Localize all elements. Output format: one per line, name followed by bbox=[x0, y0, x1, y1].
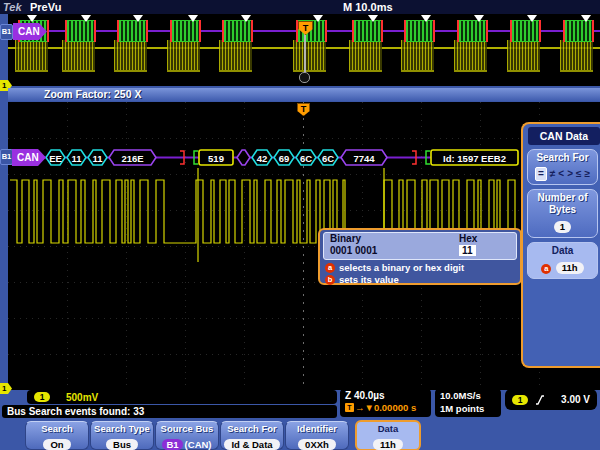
menu-value: 11h bbox=[373, 439, 403, 450]
can-frame-packet bbox=[563, 20, 594, 42]
operator-less-or-equal[interactable]: ≤ bbox=[576, 168, 582, 180]
bytes-label-line1: Number of bbox=[528, 192, 597, 204]
hint-b-text: sets its value bbox=[339, 274, 399, 285]
can-frame-packet bbox=[404, 20, 435, 42]
bus-tab-overview: B1 bbox=[0, 24, 13, 40]
timebase-readout: M 10.0ms bbox=[343, 1, 393, 13]
search-event-marker-icon bbox=[81, 15, 91, 22]
analog-burst bbox=[293, 40, 326, 72]
operator-not-equal[interactable]: ≠ bbox=[550, 168, 556, 180]
analog-burst bbox=[62, 40, 95, 72]
analog-burst bbox=[114, 40, 147, 72]
menu-button-source-bus[interactable]: Source Bus B1(CAN) bbox=[155, 421, 219, 450]
menu-label: Search bbox=[26, 423, 88, 434]
can-frame-packet bbox=[170, 20, 201, 42]
search-event-marker-icon bbox=[133, 15, 143, 22]
zoom-timebase-readout: Z 40.0µs T →▼0.00000 s bbox=[340, 389, 431, 417]
decode-field-text: 216E bbox=[121, 153, 143, 164]
decode-field-text: 519 bbox=[208, 153, 224, 164]
hex-header: Hex bbox=[459, 233, 477, 244]
menu-value: On bbox=[43, 439, 70, 450]
operator-equals[interactable]: = bbox=[535, 167, 547, 181]
side-menu-title: CAN Data bbox=[528, 127, 600, 145]
menu-value: Id & Data bbox=[224, 439, 279, 450]
menu-value: 0XXh bbox=[298, 439, 336, 450]
decode-field-text: 11 bbox=[92, 153, 103, 164]
search-event-marker-icon bbox=[368, 15, 378, 22]
bytes-label-line2: Bytes bbox=[528, 204, 597, 216]
data-label: Data bbox=[528, 245, 597, 257]
decode-field-text: Id: 1597 EEB2 bbox=[443, 153, 506, 164]
channel1-badge: 1 bbox=[34, 392, 50, 402]
analog-burst bbox=[560, 40, 593, 72]
bus-tab-main: B1 bbox=[0, 149, 13, 165]
oscilloscope-screen: Tek PreVu M 10.0ms T B1 CAN 1 Zoom Facto… bbox=[0, 0, 600, 450]
search-for-button[interactable]: Search For =≠<>≤≥ bbox=[527, 149, 598, 185]
search-event-marker-icon bbox=[241, 15, 251, 22]
analog-burst bbox=[401, 40, 434, 72]
trigger-readout: 1 3.00 V bbox=[505, 389, 597, 410]
decode-field-box bbox=[237, 150, 250, 165]
zoom-position-handle[interactable] bbox=[299, 72, 310, 83]
decode-field-text: 42 bbox=[257, 153, 268, 164]
knob-a-icon: a bbox=[541, 264, 551, 274]
search-event-marker-icon bbox=[474, 15, 484, 22]
menu-button-search-for[interactable]: Search For Id & Data bbox=[220, 421, 284, 450]
zoom-scale-text: Z 40.0µs bbox=[345, 390, 431, 402]
bus-search-events-readout: Bus Search events found: 33 bbox=[2, 405, 337, 418]
trigger-t-icon: T bbox=[345, 403, 354, 412]
can-frame-packet bbox=[65, 20, 96, 42]
analog-burst bbox=[15, 40, 48, 72]
menu-label: Identifier bbox=[286, 423, 348, 434]
bytes-value: 1 bbox=[554, 221, 571, 233]
menu-value: Bus bbox=[106, 439, 138, 450]
hint-row-a: a selects a binary or hex digit bbox=[325, 262, 520, 273]
can-frame-packet bbox=[352, 20, 383, 42]
data-value-button[interactable]: Data a 11h bbox=[527, 242, 598, 279]
hint-row-b: b sets its value bbox=[325, 274, 520, 285]
hex-value[interactable]: 11 bbox=[459, 245, 476, 256]
analog-burst bbox=[219, 40, 252, 72]
analog-burst bbox=[349, 40, 382, 72]
analog-burst bbox=[167, 40, 200, 72]
trigger-delay-text: →▼0.00000 s bbox=[355, 402, 416, 413]
operator-row: =≠<>≤≥ bbox=[528, 167, 597, 181]
knob-a-icon: a bbox=[325, 263, 335, 273]
decode-field-text: 6C bbox=[300, 153, 312, 164]
menu-button-search[interactable]: Search On bbox=[25, 421, 89, 450]
menu-button-search-type[interactable]: Search Type Bus bbox=[90, 421, 154, 450]
side-menu-panel: CAN Data Search For =≠<>≤≥ Number of Byt… bbox=[521, 122, 600, 368]
decode-field-text: 11 bbox=[71, 153, 82, 164]
search-event-marker-icon bbox=[421, 15, 431, 22]
zoom-factor-bar: Zoom Factor: 250 X bbox=[8, 88, 600, 101]
waveform-overview: T bbox=[8, 14, 600, 86]
number-of-bytes-button[interactable]: Number of Bytes 1 bbox=[527, 189, 598, 238]
binary-value[interactable]: 0001 0001 bbox=[330, 245, 377, 256]
decode-field-text: 7744 bbox=[353, 153, 375, 164]
menu-label: Search For bbox=[221, 423, 283, 434]
top-bar: Tek PreVu M 10.0ms bbox=[0, 0, 600, 14]
menu-button-identifier[interactable]: Identifier 0XXh bbox=[285, 421, 349, 450]
rising-edge-icon bbox=[535, 395, 545, 405]
operator-greater-or-equal[interactable]: ≥ bbox=[585, 168, 591, 180]
channel-scale-readout: 1 500mV bbox=[27, 390, 337, 404]
binary-hex-card: Binary Hex 0001 0001 11 bbox=[323, 232, 517, 260]
data-value: 11h bbox=[556, 262, 584, 274]
search-event-marker-icon bbox=[527, 15, 537, 22]
decode-field-text: 69 bbox=[279, 153, 290, 164]
can-frame-packet bbox=[117, 20, 148, 42]
zoom-position-line[interactable] bbox=[304, 33, 306, 74]
knob-b-icon: b bbox=[325, 275, 335, 285]
menu-value: (CAN) bbox=[185, 439, 212, 450]
operator-greater-than[interactable]: > bbox=[567, 168, 573, 180]
menu-label: Search Type bbox=[91, 423, 153, 434]
record-length: 1M points bbox=[440, 403, 501, 416]
decode-field-text: EE bbox=[49, 153, 62, 164]
operator-less-than[interactable]: < bbox=[558, 168, 564, 180]
search-event-marker-icon bbox=[313, 15, 323, 22]
menu-button-data[interactable]: Data 11h bbox=[355, 420, 421, 450]
tek-logo: Tek bbox=[3, 1, 22, 13]
can-frame-packet bbox=[457, 20, 488, 42]
can-frame-packet bbox=[510, 20, 541, 42]
search-event-marker-icon bbox=[581, 15, 591, 22]
